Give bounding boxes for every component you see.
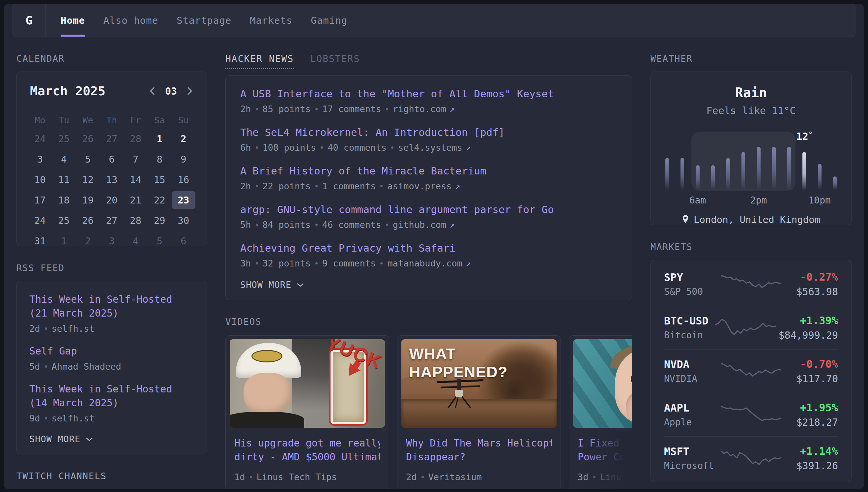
video-card[interactable]: YUCKHis upgrade got me reallydirty - AMD… <box>226 335 389 489</box>
weather-axis-label: 2pm <box>751 195 767 206</box>
calendar-day-cell: 3 <box>28 149 52 170</box>
calendar-next-icon[interactable] <box>186 85 193 97</box>
video-meta: 2dVeritasium <box>406 472 552 482</box>
calendar-day-cell: 26 <box>76 211 100 231</box>
rss-item-link[interactable]: This Week in Self-Hosted (14 March 2025) <box>29 382 194 410</box>
news-item-link[interactable]: Achieving Great Privacy with Safari <box>240 241 617 255</box>
market-change: +1.39% <box>779 314 838 327</box>
calendar-month-title: March 2025 <box>30 84 105 98</box>
news-show-more-button[interactable]: SHOW MORE <box>240 280 617 290</box>
news-item-link[interactable]: A USB Interface to the "Mother of All De… <box>240 87 617 101</box>
market-row-btc-usd[interactable]: BTC-USDBitcoin+1.39%$84,999.29 <box>664 306 838 349</box>
video-card[interactable]: WHAT HAPPENED?Why Did The Mars Helicopte… <box>397 335 561 489</box>
nav-item-home[interactable]: Home <box>61 4 85 36</box>
calendar-prev-icon[interactable] <box>149 85 157 97</box>
rss-show-more-label: SHOW MORE <box>29 434 80 444</box>
market-row-aapl[interactable]: AAPLApple+1.95%$218.27 <box>664 393 838 436</box>
calendar-day: 17 <box>28 191 52 210</box>
meta-separator-dot <box>45 327 47 330</box>
nav-item-also-home[interactable]: Also home <box>103 4 158 36</box>
helmet-badge-shape <box>252 350 283 362</box>
market-sparkline <box>718 446 784 470</box>
calendar-day: 2 <box>76 232 100 250</box>
calendar-weekday-label: Th <box>100 112 124 129</box>
market-labels: BTC-USDBitcoin <box>664 315 712 341</box>
news-item-link[interactable]: A Brief History of the Miracle Bacterium <box>240 164 617 178</box>
calendar-day-cell: 12 <box>76 170 100 190</box>
news-item-meta: 3h32 points9 commentsmatanabudy.com↗ <box>240 258 617 268</box>
calendar-day-cell: 29 <box>148 211 172 231</box>
news-item-link[interactable]: argp: GNU-style command line argument pa… <box>240 202 617 216</box>
calendar-day: 6 <box>100 150 124 169</box>
news-item-meta: 2h22 points1 commentsasimov.press↗ <box>240 181 617 191</box>
calendar-month-number: 03 <box>165 85 177 97</box>
meta-separator-dot <box>386 224 388 226</box>
calendar-day: 11 <box>52 171 76 189</box>
calendar-day: 1 <box>148 130 172 148</box>
rss-item: Self Gap5dAhmad Shadeed <box>29 344 194 372</box>
hacker-news-widget: A USB Interface to the "Mother of All De… <box>226 75 632 300</box>
news-item-link[interactable]: The SeL4 Microkernel: An Introduction [p… <box>240 125 617 139</box>
weather-bar <box>757 147 761 190</box>
market-row-msft[interactable]: MSFTMicrosoft+1.14%$391.26 <box>664 436 838 480</box>
weather-bar <box>833 176 837 190</box>
rss-item-source: selfh.st <box>52 413 95 423</box>
tab-lobsters[interactable]: LOBSTERS <box>310 53 360 64</box>
meta-separator-dot <box>391 146 393 149</box>
calendar-day: 7 <box>124 150 148 169</box>
market-row-nvda[interactable]: NVDANVIDIA-0.70%$117.70 <box>664 349 838 393</box>
calendar-day: 26 <box>76 130 100 148</box>
calendar-section-label: CALENDAR <box>17 53 207 64</box>
rss-item-link[interactable]: Self Gap <box>29 344 194 358</box>
calendar-day-cell: 5 <box>76 149 100 170</box>
market-ticker: AAPL <box>664 402 718 414</box>
nav-item-gaming[interactable]: Gaming <box>311 4 347 36</box>
rss-item-meta: 2dselfh.st <box>29 323 194 334</box>
rss-show-more-button[interactable]: SHOW MORE <box>29 434 194 444</box>
weather-location-row: London, United Kingdom <box>665 214 837 225</box>
market-change: +1.14% <box>784 445 838 458</box>
weather-location: London, United Kingdom <box>694 214 820 225</box>
twitch-section-label: TWITCH CHANNELS <box>17 471 207 481</box>
calendar-day: 4 <box>52 150 76 169</box>
calendar-day-cell: 6 <box>100 149 124 170</box>
meta-separator-dot <box>386 108 388 110</box>
market-change: +1.95% <box>784 401 838 414</box>
calendar-day: 14 <box>124 171 148 189</box>
video-title: I Fixed the 5Power Connect <box>578 436 632 464</box>
calendar-day-cell: 24 <box>28 211 52 231</box>
nav-item-markets[interactable]: Markets <box>250 4 292 36</box>
meta-separator-dot <box>315 185 318 187</box>
calendar-day-cell: 14 <box>124 170 148 190</box>
calendar-nav: 03 <box>149 85 193 97</box>
video-title: Why Did The Mars HelicopterDisappear? <box>406 436 552 464</box>
nav-item-startpage[interactable]: Startpage <box>177 4 231 36</box>
calendar-day-cell: 4 <box>52 149 76 170</box>
weather-bar <box>803 152 806 190</box>
calendar-day: 13 <box>100 171 124 189</box>
calendar-day: 30 <box>172 212 195 230</box>
calendar-day-cell: 25 <box>52 211 76 231</box>
video-thumbnail-yuck: YUCK <box>230 339 385 428</box>
weather-condition: Rain <box>665 85 837 100</box>
dashboard-page: G HomeAlso homeStartpageMarketsGaming CA… <box>4 4 864 489</box>
calendar-day: 16 <box>172 171 195 189</box>
weather-bar <box>711 165 715 190</box>
rss-item-link[interactable]: This Week in Self-Hosted (21 March 2025) <box>29 293 194 320</box>
meta-separator-dot <box>250 476 252 478</box>
videos-section-label: VIDEOS <box>226 317 632 327</box>
tab-hacker-news[interactable]: HACKER NEWS <box>226 53 294 69</box>
news-item-time: 6h <box>240 143 251 153</box>
market-labels: MSFTMicrosoft <box>664 445 718 471</box>
app-logo[interactable]: G <box>13 4 45 36</box>
calendar-weekday-row: MoTuWeThFrSaSu <box>28 112 195 129</box>
video-title: His upgrade got me reallydirty - AMD $50… <box>234 436 380 464</box>
calendar-day-cell: 11 <box>52 170 76 190</box>
video-title-line: dirty - AMD $5000 Ultimate… <box>234 450 380 464</box>
calendar-day: 25 <box>52 212 76 230</box>
video-card[interactable]: DOTHI Fixed the 5Power Connect3dLinus Te… <box>569 335 632 489</box>
news-item-points: 84 points <box>263 220 311 230</box>
market-ticker: SPY <box>664 271 718 284</box>
location-pin-icon <box>682 215 689 224</box>
market-row-spy[interactable]: SPYS&P 500-0.27%$563.98 <box>664 262 838 306</box>
